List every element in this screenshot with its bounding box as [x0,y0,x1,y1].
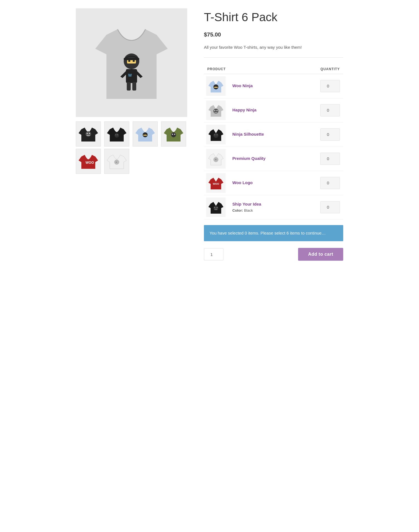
qty-input-1[interactable] [320,104,340,116]
section-divider [204,57,343,58]
col-header-quantity: QUANTITY [317,64,343,74]
svg-point-2 [128,60,130,62]
product-name-cell-3: Premium Quality [229,147,317,171]
product-thumbnail-5 [206,197,226,217]
svg-point-35 [214,134,215,135]
selection-notice: You have selected 0 items. Please select… [204,225,343,241]
svg-rect-19 [143,133,147,135]
svg-rect-4 [124,58,139,60]
product-images-section: W [76,8,187,174]
selection-notice-text: You have selected 0 items. Please select… [210,231,326,235]
svg-text:WOO: WOO [86,161,94,165]
svg-point-40 [213,206,218,211]
svg-point-3 [133,60,135,62]
product-name-1[interactable]: Happy Ninja [232,107,314,113]
product-name-cell-5: Ship Your Idea Color: Black [229,195,317,219]
qty-input-4[interactable] [320,177,340,189]
product-thumbnail-3: ★ [206,149,226,169]
svg-point-22 [174,134,175,135]
svg-point-33 [216,110,218,111]
qty-cell-2 [317,122,343,147]
product-thumbnail-4: WOO [206,173,226,193]
svg-text:W: W [128,73,132,77]
svg-point-32 [214,110,215,111]
product-description: All your favorite Woo T-shirts, any way … [204,44,343,51]
svg-point-21 [172,134,173,135]
product-name-2[interactable]: Ninja Silhouette [232,131,314,138]
add-to-cart-button[interactable]: Add to cart [298,248,343,261]
qty-cell-0 [317,74,343,98]
product-thumbnail-0 [206,76,226,96]
qty-input-3[interactable] [320,153,340,165]
table-row: Woo Ninja [204,74,343,98]
svg-text:★: ★ [115,161,117,163]
svg-point-13 [115,134,116,135]
cart-action-row: Add to cart [204,248,343,261]
product-title: T-Shirt 6 Pack [204,8,343,26]
svg-rect-6 [127,82,131,91]
svg-point-12 [115,133,119,138]
svg-point-42 [216,207,218,208]
thumbnail-woo-logo[interactable]: WOO [76,149,101,174]
table-row: Ship Your Idea Color: Black [204,195,343,219]
svg-point-9 [86,131,91,137]
product-name-cell-4: Woo Logo [229,171,317,195]
table-row: ★ Premium Quality [204,147,343,171]
svg-point-36 [216,134,218,135]
svg-point-34 [213,133,218,138]
product-name-cell-0: Woo Ninja [229,74,317,98]
product-name-4[interactable]: Woo Logo [232,180,314,186]
qty-cell-3 [317,147,343,171]
thumbnail-woo-ninja[interactable] [133,121,158,147]
table-row: WOO Woo Logo [204,171,343,195]
qty-input-2[interactable] [320,128,340,141]
qty-input-0[interactable] [320,80,340,92]
svg-rect-7 [132,82,136,91]
table-row: Ninja Silhouette [204,122,343,147]
product-price: $75.00 [204,30,343,39]
product-name-cell-1: Happy Ninja [229,98,317,122]
col-header-product: PRODUCT [204,64,317,74]
thumbnail-grid: WOO ★ [76,121,187,174]
svg-point-20 [171,132,176,137]
svg-rect-30 [214,86,218,87]
thumbnail-white[interactable]: ★ [104,149,129,174]
thumbnail-olive[interactable] [161,121,186,147]
product-details-section: T-Shirt 6 Pack $75.00 All your favorite … [204,8,343,261]
thumbnail-black[interactable] [104,121,129,147]
qty-cell-5 [317,195,343,219]
svg-text:WOO: WOO [213,182,219,185]
cart-quantity-input[interactable] [204,248,223,260]
thumbnail-ninja-silhouette[interactable] [76,121,101,147]
product-name-0[interactable]: Woo Ninja [232,83,314,89]
qty-input-5[interactable] [320,201,340,213]
product-name-5[interactable]: Ship Your Idea [232,201,314,208]
grouped-products-table: PRODUCT QUANTITY Woo Ninja [204,64,343,219]
svg-point-11 [89,133,90,134]
table-row: Happy Ninja [204,98,343,122]
product-name-3[interactable]: Premium Quality [232,155,314,162]
main-product-image: W [76,8,187,117]
svg-point-10 [87,133,88,134]
qty-cell-4 [317,171,343,195]
svg-point-14 [117,134,118,135]
svg-text:★: ★ [215,158,217,161]
product-name-cell-2: Ninja Silhouette [229,122,317,147]
product-thumbnail-1 [206,101,226,120]
product-thumbnail-2 [206,125,226,144]
qty-cell-1 [317,98,343,122]
svg-point-41 [214,207,215,208]
